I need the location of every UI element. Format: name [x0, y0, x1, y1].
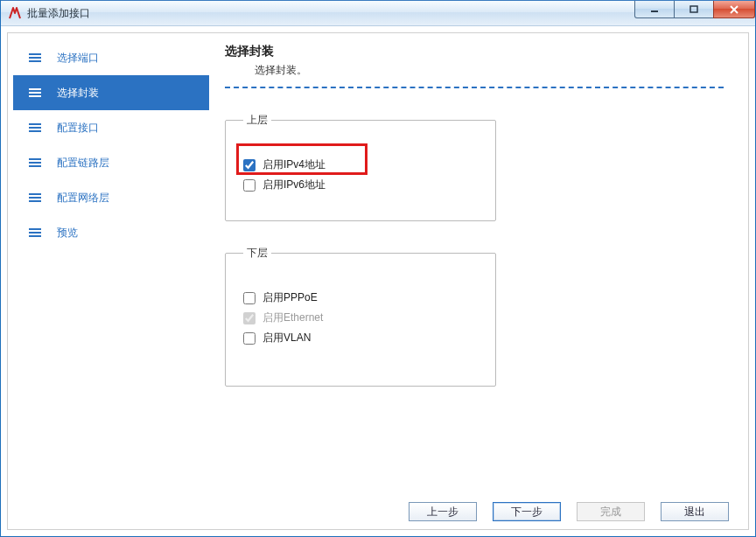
checkbox-ipv6-input[interactable] — [243, 179, 256, 192]
close-icon — [729, 4, 739, 15]
sidebar: 选择端口 选择封装 配置接口 配置链路层 配置网络层 — [8, 33, 209, 494]
group-upper-legend: 上层 — [243, 113, 271, 128]
sidebar-item-label: 配置链路层 — [57, 156, 109, 171]
hamburger-icon — [29, 158, 41, 167]
sidebar-item-label: 配置网络层 — [57, 191, 109, 206]
group-lower: 下层 启用PPPoE 启用Ethernet 启用VLAN — [225, 246, 496, 387]
exit-button[interactable]: 退出 — [661, 502, 729, 521]
page-heading: 选择封装 — [225, 44, 724, 59]
checkbox-ipv6[interactable]: 启用IPv6地址 — [243, 178, 478, 192]
finish-button: 完成 — [577, 502, 645, 521]
window-frame: 批量添加接口 选择端口 — [0, 0, 756, 537]
page-subheading: 选择封装。 — [255, 63, 724, 78]
hamburger-icon — [29, 88, 41, 97]
checkbox-label: 启用PPPoE — [262, 290, 318, 305]
sidebar-item-config-network[interactable]: 配置网络层 — [13, 180, 209, 215]
sidebar-item-config-interface[interactable]: 配置接口 — [13, 110, 209, 145]
hamburger-icon — [29, 228, 41, 237]
window-title: 批量添加接口 — [27, 6, 90, 21]
sidebar-item-label: 选择端口 — [57, 51, 99, 66]
checkbox-ipv4-input[interactable] — [243, 159, 256, 171]
checkbox-ethernet-input — [243, 312, 256, 324]
checkbox-pppoe[interactable]: 启用PPPoE — [243, 290, 478, 305]
titlebar: 批量添加接口 — [1, 0, 755, 26]
minimize-icon — [649, 4, 660, 15]
svg-rect-1 — [690, 6, 697, 12]
checkbox-pppoe-input[interactable] — [243, 292, 256, 304]
sidebar-item-select-encap[interactable]: 选择封装 — [13, 75, 209, 110]
maximize-icon — [689, 4, 699, 15]
sidebar-item-label: 预览 — [57, 226, 78, 241]
checkbox-label: 启用Ethernet — [262, 310, 323, 325]
checkbox-vlan-input[interactable] — [243, 332, 256, 345]
next-button[interactable]: 下一步 — [493, 502, 561, 521]
app-icon — [8, 6, 22, 20]
sidebar-item-label: 配置接口 — [57, 121, 99, 136]
body: 选择端口 选择封装 配置接口 配置链路层 配置网络层 — [8, 33, 748, 494]
back-button[interactable]: 上一步 — [409, 502, 477, 521]
client-area: 选择端口 选择封装 配置接口 配置链路层 配置网络层 — [7, 32, 749, 530]
hamburger-icon — [29, 123, 41, 132]
sidebar-item-label: 选择封装 — [57, 86, 99, 101]
minimize-button[interactable] — [634, 1, 675, 18]
checkbox-ipv4[interactable]: 启用IPv4地址 — [243, 157, 478, 172]
checkbox-label: 启用IPv6地址 — [262, 178, 326, 192]
sidebar-item-preview[interactable]: 预览 — [13, 215, 209, 250]
dashed-separator — [225, 87, 724, 88]
sidebar-item-select-port[interactable]: 选择端口 — [13, 40, 209, 75]
window-controls — [635, 1, 755, 18]
main-panel: 选择封装 选择封装。 上层 启用IPv4地址 启用IPv6地址 — [209, 33, 748, 494]
checkbox-label: 启用VLAN — [262, 331, 311, 345]
checkbox-label: 启用IPv4地址 — [262, 157, 326, 172]
group-lower-legend: 下层 — [243, 246, 271, 261]
sidebar-item-config-link[interactable]: 配置链路层 — [13, 145, 209, 180]
checkbox-ethernet: 启用Ethernet — [243, 310, 478, 325]
hamburger-icon — [29, 53, 41, 62]
hamburger-icon — [29, 193, 41, 202]
footer: 上一步 下一步 完成 退出 — [8, 494, 748, 529]
close-button[interactable] — [713, 1, 755, 18]
maximize-button[interactable] — [674, 1, 714, 18]
group-upper: 上层 启用IPv4地址 启用IPv6地址 — [225, 113, 496, 221]
checkbox-vlan[interactable]: 启用VLAN — [243, 331, 478, 345]
